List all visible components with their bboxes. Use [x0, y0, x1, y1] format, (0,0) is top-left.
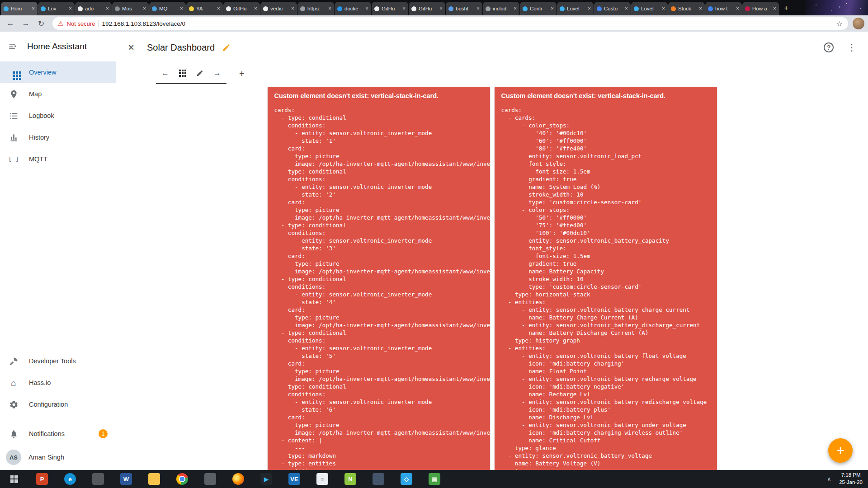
- sidebar-header: Home Assistant: [0, 32, 116, 61]
- browser-tab[interactable]: Mos ×: [112, 2, 149, 15]
- browser-tab[interactable]: MQ ×: [149, 2, 186, 15]
- tab-close-icon[interactable]: ×: [476, 5, 480, 12]
- browser-tab[interactable]: GitHu ×: [409, 2, 445, 15]
- tab-label: Lovel: [641, 6, 660, 11]
- taskbar-app-icon[interactable]: W: [112, 470, 140, 488]
- browser-tab[interactable]: Stuck ×: [668, 2, 705, 15]
- close-edit-button[interactable]: ×: [128, 41, 134, 54]
- taskbar-app-icon[interactable]: ◇: [392, 470, 420, 488]
- browser-tab[interactable]: Confi ×: [520, 2, 557, 15]
- taskbar-app-icon[interactable]: [196, 470, 224, 488]
- help-button[interactable]: ?: [824, 42, 834, 52]
- browser-tab[interactable]: GitHu ×: [372, 2, 408, 15]
- tab-close-icon[interactable]: ×: [514, 5, 517, 12]
- notification-badge: 1: [99, 429, 108, 438]
- browser-tab[interactable]: Custo ×: [594, 2, 631, 15]
- browser-tab[interactable]: busht ×: [446, 2, 482, 15]
- tab-close-icon[interactable]: ×: [773, 5, 776, 12]
- back-button[interactable]: ←: [4, 17, 17, 30]
- sidebar-item-developer-tools[interactable]: Developer Tools: [0, 350, 116, 372]
- taskbar-app-icon[interactable]: ▶: [252, 470, 280, 488]
- overflow-menu-icon[interactable]: ⋮: [847, 42, 856, 53]
- browser-tab[interactable]: how t ×: [705, 2, 742, 15]
- tab-close-icon[interactable]: ×: [699, 5, 702, 12]
- taskbar-clock[interactable]: 7:18 PM 25-Jan-20: [839, 472, 868, 486]
- sidebar-item-configuration[interactable]: Configuration: [0, 394, 116, 415]
- tab-close-icon[interactable]: ×: [254, 5, 257, 12]
- start-button[interactable]: [0, 470, 28, 488]
- taskbar-app-icon[interactable]: [84, 470, 112, 488]
- taskbar-app-icon[interactable]: [364, 470, 392, 488]
- add-view-button[interactable]: +: [239, 63, 245, 84]
- taskbar-app-icon[interactable]: P: [28, 470, 56, 488]
- sidebar-item-label: Overview: [29, 69, 56, 76]
- browser-tab[interactable]: https: ×: [297, 2, 334, 15]
- tab-close-icon[interactable]: ×: [365, 5, 368, 12]
- tab-close-icon[interactable]: ×: [588, 5, 591, 12]
- forward-button[interactable]: →: [19, 17, 33, 30]
- browser-tab[interactable]: Lov ×: [38, 2, 75, 15]
- new-tab-button[interactable]: +: [779, 2, 793, 14]
- add-card-fab[interactable]: +: [828, 438, 853, 463]
- tab-label: Lovel: [567, 6, 585, 11]
- tab-favicon-icon: [560, 6, 565, 11]
- sidebar-item-notifications[interactable]: Notifications 1: [0, 423, 116, 445]
- taskbar-app-icon[interactable]: [140, 470, 168, 488]
- tab-close-icon[interactable]: ×: [143, 5, 146, 12]
- reload-button[interactable]: ↻: [34, 17, 48, 30]
- browser-tab[interactable]: GitHu ×: [223, 2, 260, 15]
- sidebar-item-overview[interactable]: Overview: [0, 61, 116, 83]
- taskbar-app-icon[interactable]: e: [56, 470, 84, 488]
- tab-close-icon[interactable]: ×: [736, 5, 739, 12]
- sidebar-toggle-icon[interactable]: [7, 42, 18, 52]
- browser-tab[interactable]: Lovel ×: [557, 2, 594, 15]
- app-icon: e: [64, 473, 76, 485]
- taskbar-app-icon[interactable]: [224, 470, 252, 488]
- tray-expand-icon[interactable]: ∧: [827, 476, 831, 482]
- bookmark-star-icon[interactable]: ☆: [836, 19, 843, 28]
- user-name: Aman Singh: [28, 454, 64, 461]
- tab-close-icon[interactable]: ×: [625, 5, 628, 12]
- sidebar-item-mqtt[interactable]: [ ] MQTT: [0, 148, 116, 170]
- move-view-right-icon[interactable]: →: [213, 69, 221, 78]
- browser-tab[interactable]: YA ×: [186, 2, 223, 15]
- taskbar-app-icon[interactable]: [168, 470, 196, 488]
- tab-close-icon[interactable]: ×: [217, 5, 220, 12]
- address-bar[interactable]: ⚠ Not secure 192.168.1.103:8123/lovelace…: [52, 17, 848, 30]
- browser-tab[interactable]: How a ×: [742, 2, 779, 15]
- taskbar-app-icon[interactable]: ▣: [420, 470, 448, 488]
- sidebar-item-label: MQTT: [29, 155, 47, 163]
- view-grid-icon[interactable]: [179, 70, 186, 77]
- sidebar-item-map[interactable]: Map: [0, 83, 116, 105]
- browser-profile-avatar[interactable]: [853, 18, 864, 29]
- edit-view-pencil-icon[interactable]: [196, 70, 203, 77]
- tab-close-icon[interactable]: ×: [291, 5, 294, 12]
- sidebar-item-history[interactable]: History: [0, 127, 116, 148]
- windows-logo-icon: [10, 475, 18, 483]
- sidebar-item-hassio[interactable]: ⌂ Hass.io: [0, 372, 116, 394]
- tab-close-icon[interactable]: ×: [69, 5, 72, 12]
- tab-close-icon[interactable]: ×: [328, 5, 331, 12]
- taskbar-app-icon[interactable]: VE: [280, 470, 308, 488]
- browser-tab[interactable]: docke ×: [335, 2, 371, 15]
- browser-tab[interactable]: vertic ×: [260, 2, 297, 15]
- move-view-left-icon[interactable]: ←: [161, 69, 169, 78]
- browser-tab[interactable]: ado ×: [75, 2, 112, 15]
- sidebar-item-logbook[interactable]: Logbook: [0, 105, 116, 127]
- browser-tab[interactable]: Lovel ×: [631, 2, 668, 15]
- browser-tab[interactable]: includ ×: [483, 2, 519, 15]
- sidebar-user[interactable]: AS Aman Singh: [0, 445, 116, 470]
- tab-close-icon[interactable]: ×: [402, 5, 406, 12]
- tab-close-icon[interactable]: ×: [439, 5, 443, 12]
- tab-close-icon[interactable]: ×: [662, 5, 665, 12]
- tab-close-icon[interactable]: ×: [106, 5, 109, 12]
- taskbar-app-icon[interactable]: N: [336, 470, 364, 488]
- tab-close-icon[interactable]: ×: [551, 5, 554, 12]
- browser-tab[interactable]: Hom ×: [1, 2, 38, 15]
- taskbar-app-icon[interactable]: ≡: [308, 470, 336, 488]
- tab-close-icon[interactable]: ×: [180, 5, 183, 12]
- error-title: Custom element doesn't exist: vertical-s…: [274, 92, 483, 99]
- tab-close-icon[interactable]: ×: [32, 5, 35, 12]
- tab-label: busht: [456, 6, 474, 11]
- edit-title-pencil-icon[interactable]: [222, 43, 231, 52]
